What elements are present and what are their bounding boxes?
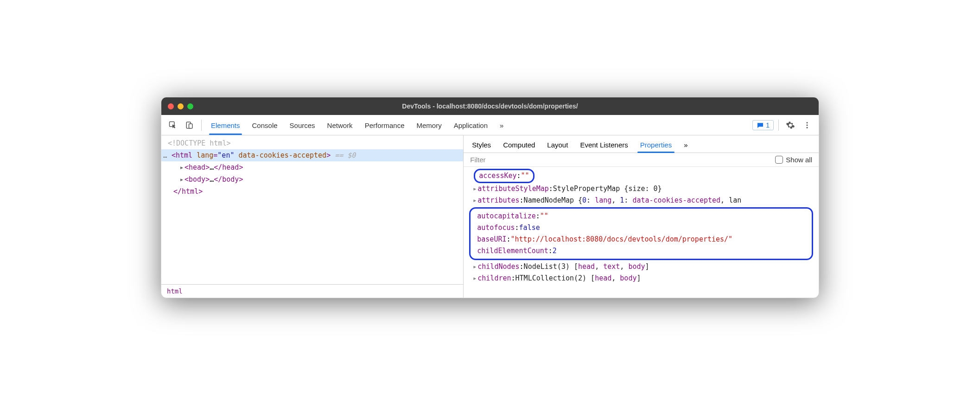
filter-input[interactable]: Filter	[470, 156, 770, 164]
minimize-icon[interactable]	[178, 103, 184, 109]
devtools-window: DevTools - localhost:8080/docs/devtools/…	[161, 97, 819, 298]
close-icon[interactable]	[168, 103, 174, 109]
tab-console[interactable]: Console	[251, 117, 279, 133]
issues-button[interactable]: 1	[752, 120, 774, 130]
tab-properties[interactable]: Properties	[639, 139, 673, 153]
tab-network[interactable]: Network	[326, 117, 354, 133]
dom-html-close[interactable]: </html>	[161, 185, 463, 198]
tab-memory[interactable]: Memory	[416, 117, 443, 133]
tab-elements[interactable]: Elements	[210, 117, 241, 133]
filter-row: Filter Show all	[464, 153, 819, 167]
tab-layout[interactable]: Layout	[546, 139, 569, 153]
properties-list[interactable]: accessKey: "" ▸attributeStyleMap: StyleP…	[464, 167, 819, 298]
prop-children[interactable]: ▸children: HTMLCollection(2) [head, body…	[465, 273, 816, 284]
prop-childnodes[interactable]: ▸childNodes: NodeList(3) [head, text, bo…	[465, 261, 816, 273]
tab-performance[interactable]: Performance	[364, 117, 406, 133]
panel-tabs: Elements Console Sources Network Perform…	[210, 117, 750, 133]
more-sidebar-tabs-icon[interactable]: »	[683, 139, 688, 153]
device-toolbar-icon[interactable]	[183, 118, 197, 132]
dom-html-open[interactable]: <html lang="en" data-cookies-accepted> =…	[161, 149, 463, 161]
prop-autofocus[interactable]: autofocus: false	[473, 222, 808, 234]
divider	[201, 120, 202, 131]
show-all-label: Show all	[786, 156, 812, 164]
svg-point-3	[807, 122, 808, 123]
show-all-checkbox[interactable]: Show all	[775, 156, 812, 164]
gear-icon[interactable]	[783, 118, 797, 132]
checkbox-icon[interactable]	[775, 156, 783, 164]
dom-doctype[interactable]: <!DOCTYPE html>	[161, 137, 463, 149]
window-title: DevTools - localhost:8080/docs/devtools/…	[161, 102, 819, 110]
svg-point-5	[807, 127, 808, 128]
prop-childelementcount[interactable]: childElementCount: 2	[473, 245, 808, 257]
content-area: <!DOCTYPE html> <html lang="en" data-coo…	[161, 135, 819, 298]
dom-head[interactable]: ▸<head>…</head>	[161, 161, 463, 173]
prop-attributestylemap[interactable]: ▸attributeStyleMap: StylePropertyMap {si…	[465, 183, 816, 195]
svg-point-4	[807, 124, 808, 126]
tab-computed[interactable]: Computed	[502, 139, 536, 153]
more-tabs-icon[interactable]: »	[499, 117, 504, 133]
breadcrumb[interactable]: html	[161, 284, 463, 298]
titlebar: DevTools - localhost:8080/docs/devtools/…	[161, 97, 819, 115]
inspect-element-icon[interactable]	[166, 118, 180, 132]
prop-autocapitalize[interactable]: autocapitalize: ""	[473, 210, 808, 222]
prop-baseuri[interactable]: baseURI: "http://localhost:8080/docs/dev…	[473, 234, 808, 245]
sidebar-pane: Styles Computed Layout Event Listeners P…	[464, 135, 819, 298]
sidebar-tabs: Styles Computed Layout Event Listeners P…	[464, 135, 819, 153]
tab-application[interactable]: Application	[453, 117, 489, 133]
prop-accesskey[interactable]: accessKey: ""	[465, 169, 816, 183]
issues-count: 1	[766, 121, 770, 129]
svg-rect-2	[189, 124, 193, 128]
highlighted-properties: autocapitalize: "" autofocus: false base…	[469, 207, 813, 260]
divider	[778, 120, 779, 131]
tab-sources[interactable]: Sources	[289, 117, 316, 133]
elements-pane: <!DOCTYPE html> <html lang="en" data-coo…	[161, 135, 464, 298]
zoom-icon[interactable]	[187, 103, 193, 109]
dom-tree[interactable]: <!DOCTYPE html> <html lang="en" data-coo…	[161, 135, 463, 284]
prop-attributes[interactable]: ▸attributes: NamedNodeMap {0: lang, 1: d…	[465, 195, 816, 206]
traffic-lights	[168, 103, 193, 109]
tab-styles[interactable]: Styles	[471, 139, 492, 153]
dom-body[interactable]: ▸<body>…</body>	[161, 173, 463, 185]
tab-event-listeners[interactable]: Event Listeners	[579, 139, 629, 153]
main-toolbar: Elements Console Sources Network Perform…	[161, 115, 819, 135]
kebab-menu-icon[interactable]	[800, 118, 814, 132]
